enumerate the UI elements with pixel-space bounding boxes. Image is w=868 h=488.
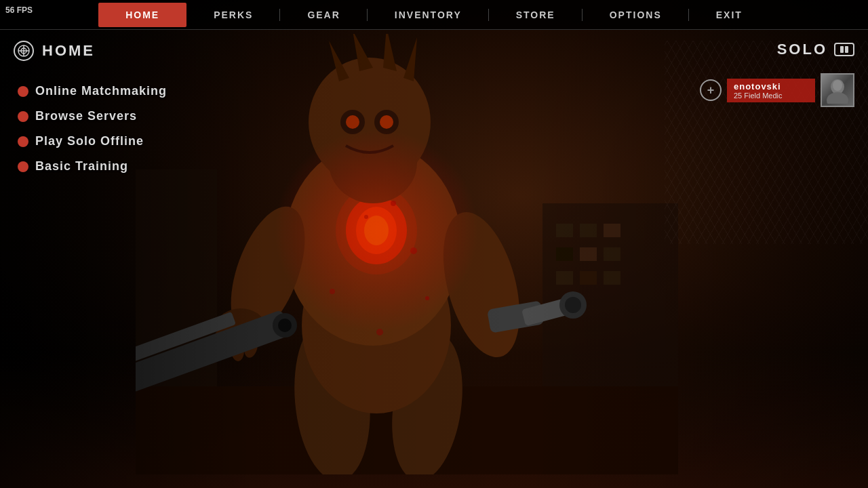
menu-label-play-solo-offline: Play Solo Offline xyxy=(35,134,144,148)
menu-item-online-matchmaking[interactable]: Online Matchmaking xyxy=(14,80,210,102)
menu-label-online-matchmaking: Online Matchmaking xyxy=(35,84,167,98)
menu-label-browse-servers: Browse Servers xyxy=(35,109,137,123)
menu-item-play-solo-offline[interactable]: Play Solo Offline xyxy=(14,130,210,152)
home-header: HOME xyxy=(14,41,95,61)
nav-gear[interactable]: GEAR xyxy=(280,3,367,27)
solo-header: SOLO xyxy=(777,41,854,58)
nav-items: HOME PERKS GEAR INVENTORY STORE OPTIONS … xyxy=(0,3,868,27)
nav-home[interactable]: HOME xyxy=(98,3,186,27)
nav-options[interactable]: OPTIONS xyxy=(583,3,689,27)
avatar[interactable] xyxy=(821,73,854,107)
hex-pattern xyxy=(665,41,868,244)
player-name: enotovski xyxy=(734,81,808,92)
menu-list: Online Matchmaking Browse Servers Play S… xyxy=(14,80,210,178)
player-info: enotovski 25 Field Medic xyxy=(727,79,815,102)
nav-perks[interactable]: PERKS xyxy=(186,3,280,27)
nav-bar: 56 FPS HOME PERKS GEAR INVENTORY STORE O… xyxy=(0,0,868,30)
solo-text: SOLO xyxy=(777,41,827,58)
health-icon: + xyxy=(700,79,722,101)
svg-point-57 xyxy=(833,80,842,91)
solo-mode-icon xyxy=(834,43,854,56)
svg-point-56 xyxy=(827,92,848,104)
player-rank: 25 Field Medic xyxy=(734,92,808,100)
menu-dot-4 xyxy=(18,161,28,172)
menu-item-browse-servers[interactable]: Browse Servers xyxy=(14,105,210,127)
nav-store[interactable]: STORE xyxy=(489,3,583,27)
home-title: HOME xyxy=(42,42,95,60)
fps-counter: 56 FPS xyxy=(5,5,33,15)
player-profile[interactable]: + enotovski 25 Field Medic xyxy=(700,73,854,107)
menu-dot-1 xyxy=(18,86,28,97)
nav-exit[interactable]: EXIT xyxy=(689,3,770,27)
menu-dot-2 xyxy=(18,111,28,122)
menu-item-basic-training[interactable]: Basic Training xyxy=(14,155,210,178)
home-icon xyxy=(14,41,34,61)
nav-inventory[interactable]: INVENTORY xyxy=(368,3,489,27)
menu-dot-3 xyxy=(18,136,28,147)
menu-label-basic-training: Basic Training xyxy=(35,159,128,174)
avatar-image xyxy=(822,75,853,106)
